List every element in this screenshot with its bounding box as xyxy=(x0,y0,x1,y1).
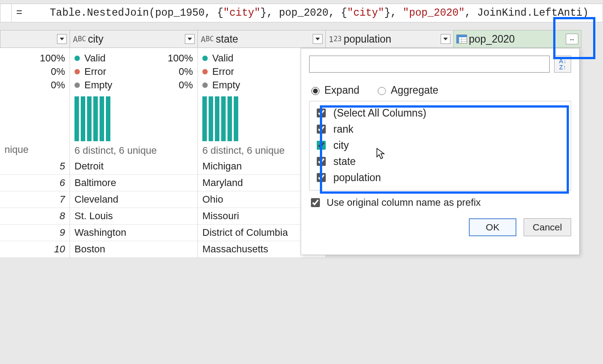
cell-rank: 8 xyxy=(0,208,70,225)
cell-rank: 10 xyxy=(0,241,70,258)
table-row[interactable]: 10 Boston Massachusetts xyxy=(0,241,326,258)
empty-dot-icon xyxy=(202,82,208,88)
cell-city: Cleveland xyxy=(70,191,198,208)
option-rank[interactable]: rank xyxy=(315,121,565,137)
cell-city: Baltimore xyxy=(70,175,198,191)
expand-column-icon[interactable]: ↔ xyxy=(566,34,578,44)
column-search-input[interactable] xyxy=(309,56,550,73)
radio-expand-input[interactable] xyxy=(311,87,319,95)
table-row[interactable]: 7 Cleveland Ohio xyxy=(0,191,326,208)
prefix-row[interactable]: Use original column name as prefix xyxy=(309,197,571,208)
column-header-rank[interactable] xyxy=(0,30,70,48)
column-quality-band: 100% 0% 0% nique Valid100% Error0% Empty… xyxy=(0,48,326,158)
cell-rank: 7 xyxy=(0,191,70,208)
checkbox-select-all[interactable] xyxy=(317,108,326,117)
column-headers: ABC city ABC state 123 population pop_20… xyxy=(0,30,581,48)
filter-dropdown-icon[interactable] xyxy=(57,34,67,44)
distinct-text-rank: nique xyxy=(4,144,65,156)
option-city[interactable]: city xyxy=(315,137,565,153)
valid-pct: 100% xyxy=(37,52,65,65)
filter-dropdown-icon[interactable] xyxy=(313,34,323,44)
option-select-all[interactable]: (Select All Columns) xyxy=(315,105,565,121)
expand-columns-popup: A↓Z↑ Expand Aggregate (Select All Column… xyxy=(301,48,580,255)
ok-button[interactable]: OK xyxy=(469,218,516,236)
column-header-population[interactable]: 123 population xyxy=(326,30,454,48)
type-number-icon: 123 xyxy=(328,33,342,45)
radio-expand[interactable]: Expand xyxy=(309,84,359,96)
type-text-icon: ABC xyxy=(73,33,86,45)
cell-city: Boston xyxy=(70,241,198,258)
error-dot-icon xyxy=(74,69,80,74)
empty-pct: 0% xyxy=(37,78,65,92)
checkbox-rank[interactable] xyxy=(317,125,326,134)
table-row[interactable]: 9 Washington District of Columbia xyxy=(0,225,326,241)
table-row[interactable]: 5 Detroit Michigan xyxy=(0,158,326,175)
cell-rank: 5 xyxy=(0,158,70,175)
data-grid: 5 Detroit Michigan 6 Baltimore Maryland … xyxy=(0,158,326,258)
column-name-population: population xyxy=(342,33,441,45)
cell-rank: 9 xyxy=(0,225,70,241)
distribution-bars xyxy=(74,96,193,141)
cancel-button[interactable]: Cancel xyxy=(524,218,571,236)
valid-dot-icon xyxy=(202,56,208,61)
option-population[interactable]: population xyxy=(315,169,565,186)
formula-equals: = xyxy=(12,7,25,19)
distinct-text-city: 6 distinct, 6 unique xyxy=(74,145,193,156)
column-select-list: (Select All Columns) rank city state pop… xyxy=(309,101,571,191)
column-header-city[interactable]: ABC city xyxy=(70,30,198,48)
column-name-city: city xyxy=(86,33,185,45)
column-header-state[interactable]: ABC state xyxy=(198,30,326,48)
sort-az-button[interactable]: A↓Z↑ xyxy=(554,56,571,73)
column-name-pop2020: pop_2020 xyxy=(467,33,566,45)
formula-text[interactable]: Table.NestedJoin(pop_1950, {"city"}, pop… xyxy=(25,0,589,30)
radio-aggregate[interactable]: Aggregate xyxy=(376,84,438,96)
column-header-pop2020[interactable]: pop_2020 ↔ xyxy=(454,30,581,48)
checkbox-population[interactable] xyxy=(317,173,326,182)
type-table-icon xyxy=(456,35,467,43)
quality-cell-rank: 100% 0% 0% nique xyxy=(0,48,70,158)
option-state[interactable]: state xyxy=(315,153,565,169)
formula-bar[interactable]: = Table.NestedJoin(pop_1950, {"city"}, p… xyxy=(0,4,603,22)
checkbox-city[interactable] xyxy=(317,141,326,150)
checkbox-prefix[interactable] xyxy=(311,198,320,207)
checkbox-state[interactable] xyxy=(317,157,326,166)
cell-city: St. Louis xyxy=(70,208,198,225)
radio-aggregate-input[interactable] xyxy=(378,87,386,95)
cell-rank: 6 xyxy=(0,175,70,191)
table-row[interactable]: 8 St. Louis Missouri xyxy=(0,208,326,225)
filter-dropdown-icon[interactable] xyxy=(185,34,195,44)
formula-fx-gutter xyxy=(0,4,12,22)
column-name-state: state xyxy=(214,33,313,45)
valid-dot-icon xyxy=(74,56,80,61)
table-row[interactable]: 6 Baltimore Maryland xyxy=(0,175,326,191)
quality-cell-city: Valid100% Error0% Empty0% 6 distinct, 6 … xyxy=(70,48,198,158)
error-dot-icon xyxy=(202,69,208,74)
type-text-icon: ABC xyxy=(201,33,214,45)
cell-city: Washington xyxy=(70,225,198,241)
error-pct: 0% xyxy=(37,65,65,78)
filter-dropdown-icon[interactable] xyxy=(441,34,450,44)
cell-city: Detroit xyxy=(70,158,198,175)
empty-dot-icon xyxy=(74,82,80,88)
